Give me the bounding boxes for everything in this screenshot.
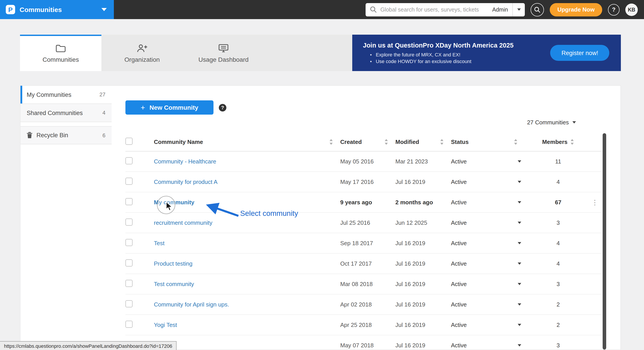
status-value: Active	[451, 281, 467, 287]
status-dropdown[interactable]: Active	[451, 178, 525, 185]
avatar[interactable]: KB	[625, 3, 638, 16]
sidebar-item-recycle-bin[interactable]: Recycle Bin 6	[20, 126, 112, 144]
table-body: Community - Healthcare May 05 2016 Mar 2…	[126, 152, 602, 350]
help-icon[interactable]: ?	[219, 104, 226, 111]
header-status[interactable]: Status	[451, 139, 525, 145]
chevron-down-icon	[518, 303, 521, 306]
communities-count-dropdown[interactable]: 27 Communities	[126, 119, 602, 126]
community-name-link[interactable]: Test	[154, 240, 164, 246]
community-name-link[interactable]: My community	[154, 199, 194, 206]
app-switcher[interactable]: P Communities	[0, 0, 114, 19]
top-navigation-bar: P Communities Admin Upgrade Now	[0, 0, 644, 19]
row-checkbox[interactable]	[126, 321, 132, 328]
sidebar-item-shared-communities[interactable]: Shared Communities 4	[20, 104, 112, 122]
tab-organization[interactable]: Organization	[102, 35, 183, 71]
status-value: Active	[451, 240, 467, 246]
sidebar-item-count: 4	[102, 110, 106, 116]
header-created[interactable]: Created	[340, 139, 396, 145]
status-dropdown[interactable]: Active	[451, 322, 525, 328]
chevron-down-icon	[518, 242, 521, 244]
screen: P Communities Admin Upgrade Now	[0, 0, 644, 350]
modified-date: Jul 16 2019	[396, 281, 451, 287]
modified-date: Jul 16 2019	[396, 342, 451, 349]
modified-date: Jul 16 2019	[396, 240, 451, 246]
status-dropdown[interactable]: Active	[451, 219, 525, 226]
header-community-name[interactable]: Community Name	[154, 139, 340, 145]
tab-communities[interactable]: Communities	[20, 35, 102, 71]
communities-table: Community Name Created Modified	[126, 133, 602, 350]
status-value: Active	[451, 158, 467, 165]
tab-label: Communities	[42, 56, 79, 63]
row-menu-icon[interactable]: ⋮	[592, 198, 598, 206]
community-name-link[interactable]: Test community	[154, 281, 194, 287]
status-dropdown[interactable]: Active	[451, 260, 525, 267]
chevron-down-icon	[518, 263, 521, 265]
tab-label: Organization	[124, 56, 160, 63]
app-switcher-label: Communities	[20, 6, 97, 13]
new-community-button[interactable]: + New Community	[126, 100, 214, 115]
header-members[interactable]: Members	[525, 139, 592, 145]
status-value: Active	[451, 322, 467, 328]
status-dropdown[interactable]: Active	[451, 158, 525, 165]
community-name-link[interactable]: recruitment community	[154, 219, 212, 226]
row-checkbox[interactable]	[126, 198, 132, 205]
status-value: Active	[451, 260, 467, 267]
sort-icon	[440, 139, 444, 145]
community-name-link[interactable]: Product testing	[154, 260, 192, 267]
created-date: May 05 2016	[340, 158, 396, 165]
row-checkbox[interactable]	[126, 300, 132, 307]
members-count: 4	[525, 178, 592, 185]
header-modified[interactable]: Modified	[396, 139, 451, 145]
members-count: 2	[525, 301, 592, 308]
tab-usage-dashboard[interactable]: Usage Dashboard	[183, 35, 264, 71]
chevron-down-icon	[572, 121, 576, 124]
chevron-down-icon	[518, 160, 521, 163]
status-dropdown[interactable]: Active	[451, 240, 525, 246]
status-dropdown[interactable]: Active	[451, 301, 525, 308]
search-icon	[534, 6, 540, 13]
questionpro-logo-icon: P	[6, 5, 15, 14]
table-row: Community for April sign ups. Apr 02 201…	[126, 295, 602, 315]
created-date: Mar 08 2018	[340, 281, 396, 287]
sidebar-item-label: Recycle Bin	[36, 132, 68, 139]
status-dropdown[interactable]: Active	[451, 281, 525, 287]
section-tabs-row: Communities Organization Usage Dashboard	[20, 35, 621, 71]
sidebar-item-my-communities[interactable]: My Communities 27	[20, 86, 112, 104]
sort-icon	[329, 139, 333, 145]
status-value: Active	[451, 199, 467, 206]
row-checkbox[interactable]	[126, 218, 132, 226]
status-dropdown[interactable]: Active	[451, 199, 525, 206]
chevron-down-icon	[518, 344, 521, 347]
table-header-row: Community Name Created Modified	[126, 133, 602, 152]
community-name-link[interactable]: Yogi Test	[154, 322, 177, 328]
search-scope-dropdown[interactable]	[512, 3, 525, 16]
chevron-down-icon	[518, 181, 521, 183]
status-value: Active	[451, 342, 467, 349]
modified-date: Jul 16 2019	[396, 322, 451, 328]
row-checkbox[interactable]	[126, 280, 132, 287]
chevron-down-icon	[518, 222, 521, 224]
row-checkbox[interactable]	[126, 259, 132, 267]
modified-date: 2 months ago	[396, 199, 451, 206]
created-date: Jul 25 2016	[340, 219, 396, 226]
register-now-button[interactable]: Register now!	[550, 45, 609, 61]
row-checkbox[interactable]	[126, 157, 132, 164]
status-dropdown[interactable]: Active	[451, 342, 525, 349]
global-search-input[interactable]	[377, 6, 492, 13]
status-value: Active	[451, 301, 467, 308]
row-checkbox[interactable]	[126, 178, 132, 185]
row-checkbox[interactable]	[126, 239, 132, 246]
modified-date: Jun 12 2025	[396, 219, 451, 226]
table-row: Test Sep 18 2017 Jul 16 2019 Active 4 ⋮	[126, 233, 602, 254]
select-all-checkbox[interactable]	[126, 138, 132, 145]
upgrade-now-button[interactable]: Upgrade Now	[550, 3, 602, 16]
created-date: 9 years ago	[340, 199, 396, 206]
search-button[interactable]	[530, 3, 544, 16]
community-name-link[interactable]: Community - Healthcare	[154, 158, 216, 165]
chevron-down-icon	[102, 8, 107, 11]
search-scope-label[interactable]: Admin	[492, 6, 512, 13]
vertical-scrollbar[interactable]	[603, 133, 606, 350]
community-name-link[interactable]: Community for product A	[154, 178, 218, 185]
community-name-link[interactable]: Community for April sign ups.	[154, 301, 229, 308]
help-icon[interactable]: ?	[608, 4, 620, 15]
